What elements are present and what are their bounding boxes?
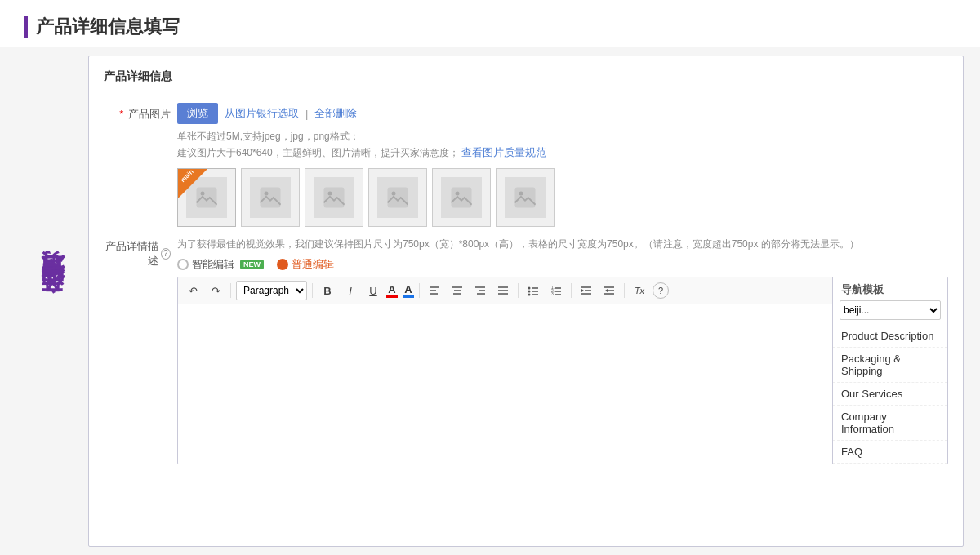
editor-main: ↶ ↷ Paragraph B I U A [178,278,833,464]
desc-label: 产品详情描述 ? [104,237,177,269]
product-image-content: 浏览 从图片银行选取 | 全部删除 单张不超过5M,支持jpeg，jpg，png… [177,103,948,227]
undo-button[interactable]: ↶ [183,281,203,300]
thumbnail-5[interactable] [432,168,491,227]
svg-point-28 [528,294,531,296]
toolbar-sep-2 [312,283,313,298]
svg-text:3.: 3. [551,291,555,296]
svg-rect-10 [515,187,536,207]
svg-point-11 [519,191,523,195]
toolbar-sep-1 [230,283,231,298]
svg-point-9 [456,191,460,195]
thumbnail-main[interactable]: main [177,168,236,227]
info-icon[interactable]: ? [161,248,171,260]
side-panel: 导航模板 beiji... Product DescriptionPackagi… [833,278,947,464]
indent-decrease-button[interactable] [577,281,596,300]
image-actions: 浏览 从图片银行选取 | 全部删除 [177,103,948,124]
italic-button[interactable]: I [341,281,360,300]
side-panel-select[interactable]: beiji... [840,300,941,320]
align-center-button[interactable] [448,281,467,300]
page-title: 产品详细信息填写 [36,15,180,39]
list-number-button[interactable]: 1.2.3. [546,281,566,300]
redo-button[interactable]: ↷ [206,281,225,300]
svg-rect-2 [261,187,281,207]
form-panel-title: 产品详细信息 [104,69,948,91]
editor-toolbar: ↶ ↷ Paragraph B I U A [178,278,832,304]
svg-rect-4 [324,187,345,207]
svg-point-26 [528,291,531,293]
svg-point-3 [265,191,269,195]
align-right-button[interactable] [470,281,490,300]
header-bar-accent [24,16,28,38]
indent-increase-button[interactable] [599,281,619,300]
smart-editor-radio[interactable] [177,259,189,270]
toolbar-sep-4 [518,283,519,298]
align-justify-button[interactable] [493,281,513,300]
side-panel-item-1[interactable]: Packaging & Shipping [833,348,947,383]
from-gallery-link[interactable]: 从图片银行选取 [225,106,299,121]
page-header: 产品详细信息填写 [0,0,980,47]
side-panel-items: Product DescriptionPackaging & ShippingO… [833,325,947,464]
editor-body[interactable] [178,304,832,464]
desc-content: 为了获得最佳的视觉效果，我们建议保持图片尺寸为750px（宽）*800px（高）… [177,237,948,464]
new-badge: NEW [240,260,264,269]
editor-wrapper: ↶ ↷ Paragraph B I U A [177,277,948,464]
toolbar-sep-6 [624,283,625,298]
description-row: 产品详情描述 ? 为了获得最佳的视觉效果，我们建议保持图片尺寸为750px（宽）… [104,237,948,464]
editor-mode-row: 智能编辑 NEW 普通编辑 [177,257,948,272]
required-star: * [119,108,123,120]
svg-point-24 [528,287,531,290]
side-panel-item-2[interactable]: Our Services [833,383,947,406]
help-button[interactable]: ? [653,282,669,299]
normal-editor-option[interactable]: 普通编辑 [277,257,334,272]
sidebar-vertical-label: 产品详细信息填写 [41,288,64,314]
image-hint: 单张不超过5M,支持jpeg，jpg，png格式； 建议图片大于640*640，… [177,129,948,162]
browse-button[interactable]: 浏览 [177,103,218,124]
delete-all-link[interactable]: 全部删除 [314,106,357,121]
desc-hint: 为了获得最佳的视觉效果，我们建议保持图片尺寸为750px（宽）*800px（高）… [177,237,948,252]
smart-editor-option[interactable]: 智能编辑 NEW [177,257,264,272]
side-panel-item-4[interactable]: FAQ [833,441,947,464]
product-image-label: * 产品图片 [104,103,177,122]
font-highlight-button[interactable]: A [403,283,414,298]
font-color-button[interactable]: A [386,283,398,298]
thumbnail-6[interactable] [496,168,555,227]
svg-point-5 [328,191,332,195]
normal-editor-radio[interactable] [277,259,288,270]
underline-button[interactable]: U [363,281,383,300]
product-image-row: * 产品图片 浏览 从图片银行选取 | 全部删除 单张不超过5M,支持jpeg，… [104,103,948,227]
bold-button[interactable]: B [318,281,337,300]
form-panel: 产品详细信息 * 产品图片 浏览 从图片银行选取 | 全部删除 单张不超过5M,… [88,56,964,547]
image-quality-link[interactable]: 查看图片质量规范 [461,146,546,158]
svg-point-7 [392,191,396,195]
sidebar-label-container: 产品详细信息填写 [16,56,88,547]
thumbnail-3[interactable] [305,168,363,227]
remove-format-button[interactable]: Tx [630,281,649,300]
side-panel-title: 导航模板 [833,278,947,300]
list-bullet-button[interactable] [523,281,543,300]
thumbnail-4[interactable] [368,168,427,227]
toolbar-sep-3 [419,283,420,298]
thumbnail-2[interactable] [241,168,300,227]
svg-rect-6 [388,187,408,207]
align-left-button[interactable] [425,281,444,300]
side-panel-item-0[interactable]: Product Description [833,325,947,348]
toolbar-sep-5 [571,283,572,298]
paragraph-select[interactable]: Paragraph [236,281,307,300]
main-layout: 产品详细信息填写 产品详细信息 * 产品图片 浏览 从图片银行选取 | 全部删除… [0,47,980,555]
svg-rect-8 [452,187,472,207]
side-panel-item-3[interactable]: Company Information [833,406,947,441]
image-thumbnails: main [177,168,948,227]
